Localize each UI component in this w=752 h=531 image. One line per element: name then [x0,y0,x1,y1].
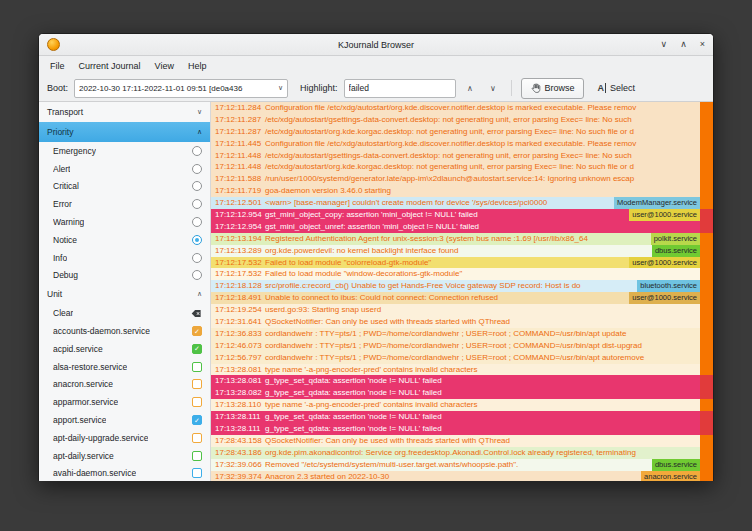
log-timestamp: 17:12:11.588 [211,173,263,185]
unit-checkbox[interactable]: ✓ [192,415,202,425]
unit-filter-apport-service[interactable]: apport.service✓ [39,411,210,429]
highlight-input[interactable] [344,79,456,98]
maximize-icon[interactable]: ∧ [680,40,687,49]
priority-option-label: Critical [53,181,79,191]
log-row[interactable]: 17:12:12.954gst_mini_object_unref: asser… [211,221,713,233]
log-row[interactable]: 17:12:12.954gst_mini_object_copy: assert… [211,209,713,221]
log-row[interactable]: 17:12:31.641QSocketNotifier: Can only be… [211,316,713,328]
log-timestamp: 17:12:11.719 [211,185,263,197]
log-row[interactable]: 17:28:43.158QSocketNotifier: Can only be… [211,435,713,447]
unit-checkbox[interactable] [192,451,202,461]
priority-option-notice[interactable]: Notice [39,231,210,249]
log-row[interactable]: 17:13:28.081type name '-a-png-encoder-pr… [211,364,713,376]
unit-clear-button[interactable]: Clear [39,304,210,322]
unit-filter-avahi-daemon-service[interactable]: avahi-daemon.service [39,465,210,481]
log-row[interactable]: 17:28:43.186org.kde.pim.akonadicontrol: … [211,447,713,459]
priority-option-error[interactable]: Error [39,195,210,213]
priority-option-alert[interactable]: Alert [39,160,210,178]
close-icon[interactable]: × [700,40,705,49]
priority-list: EmergencyAlertCriticalErrorWarningNotice… [39,142,210,284]
unit-filter-accounts-daemon-service[interactable]: accounts-daemon.service✓ [39,322,210,340]
log-row[interactable]: 17:12:11.284Configuration file /etc/xdg/… [211,102,713,114]
log-row[interactable]: 17:12:19.254userd.go:93: Starting snap u… [211,304,713,316]
unit-filter-apt-daily-upgrade-service[interactable]: apt-daily-upgrade.service [39,429,210,447]
log-row[interactable]: 17:12:18.128src/profile.c:record_cb() Un… [211,280,713,292]
log-row[interactable]: 17:13:28.111g_type_set_qdata: assertion … [211,411,713,423]
log-row[interactable]: 17:32:39.066Removed "/etc/systemd/system… [211,459,713,471]
browse-button-label: Browse [545,83,575,93]
menu-current-journal[interactable]: Current Journal [72,59,148,73]
log-timestamp: 17:12:31.641 [211,316,263,328]
log-row[interactable]: 17:12:11.287/etc/xdg/autostart/org.kde.k… [211,126,713,138]
previous-match-button[interactable]: ∧ [462,80,479,97]
log-row[interactable]: 17:12:11.445Configuration file /etc/xdg/… [211,138,713,150]
unit-filter-alsa-restore-service[interactable]: alsa-restore.service [39,358,210,376]
priority-option-debug[interactable]: Debug [39,267,210,285]
log-row[interactable]: 17:32:39.374Anacron 2.3 started on 2022-… [211,471,713,481]
radio-button[interactable] [192,253,202,263]
radio-button[interactable] [192,164,202,174]
log-row[interactable]: 17:13:28.082g_type_set_qdata: assertion … [211,387,713,399]
radio-button[interactable] [192,181,202,191]
unit-filter-apparmor-service[interactable]: apparmor.service [39,393,210,411]
unit-filter-apt-daily-service[interactable]: apt-daily.service [39,447,210,465]
log-view[interactable]: 17:12:11.284Configuration file /etc/xdg/… [211,102,713,481]
unit-checkbox[interactable] [192,468,202,478]
priority-option-info[interactable]: Info [39,249,210,267]
radio-button-selected[interactable] [192,235,202,245]
log-row[interactable]: 17:12:11.719goa-daemon version 3.46.0 st… [211,185,713,197]
log-message: Failed to load module "window-decoration… [263,268,700,280]
section-transport[interactable]: Transport ∨ [39,102,210,122]
log-timestamp: 17:12:13.194 [211,233,263,245]
log-message: g_type_set_qdata: assertion 'node != NUL… [263,411,700,423]
radio-button[interactable] [192,270,202,280]
unit-filter-anacron-service[interactable]: anacron.service [39,376,210,394]
unit-checkbox[interactable]: ✓ [192,344,202,354]
log-row[interactable]: 17:12:56.797cordlandwehr : TTY=pts/1 ; P… [211,352,713,364]
unit-checkbox[interactable] [192,362,202,372]
unit-checkbox[interactable] [192,397,202,407]
titlebar[interactable]: KJournald Browser ∨ ∧ × [39,34,713,56]
log-timestamp: 17:32:39.374 [211,471,263,481]
unit-checkbox[interactable] [192,433,202,443]
priority-option-warning[interactable]: Warning [39,213,210,231]
log-row[interactable]: 17:12:11.287/etc/xdg/autostart/gsettings… [211,114,713,126]
log-row[interactable]: 17:13:28.111g_type_set_qdata: assertion … [211,423,713,435]
log-row[interactable]: 17:12:36.833cordlandwehr : TTY=pts/1 ; P… [211,328,713,340]
log-row[interactable]: 17:12:17.532Failed to load module "color… [211,257,713,269]
log-message: /run/user/1000/systemd/generator.late/ap… [263,173,700,185]
unit-filter-acpid-service[interactable]: acpid.service✓ [39,340,210,358]
radio-button[interactable] [192,146,202,156]
menu-file[interactable]: File [43,59,72,73]
browse-button[interactable]: Browse [521,78,584,99]
menu-view[interactable]: View [148,59,181,73]
next-match-button[interactable]: ∨ [485,80,502,97]
log-row[interactable]: 17:13:28.081g_type_set_qdata: assertion … [211,375,713,387]
priority-option-critical[interactable]: Critical [39,178,210,196]
log-row[interactable]: 17:13:28.110type name '-a-png-encoder-pr… [211,399,713,411]
log-row[interactable]: 17:12:46.073cordlandwehr : TTY=pts/1 ; P… [211,340,713,352]
minimize-icon[interactable]: ∨ [661,40,668,49]
log-row[interactable]: 17:12:11.448/etc/xdg/autostart/org.kde.k… [211,161,713,173]
priority-option-emergency[interactable]: Emergency [39,142,210,160]
priority-mark [700,292,713,304]
log-row[interactable]: 17:12:18.491Unable to connect to ibus: C… [211,292,713,304]
log-row[interactable]: 17:12:11.448/etc/xdg/autostart/gsettings… [211,150,713,162]
select-button[interactable]: A Select [590,78,644,99]
radio-button[interactable] [192,217,202,227]
menu-help[interactable]: Help [181,59,214,73]
unit-checkbox[interactable] [192,379,202,389]
log-row[interactable]: 17:12:17.532Failed to load module "windo… [211,268,713,280]
radio-button[interactable] [192,199,202,209]
log-row[interactable]: 17:12:11.588/run/user/1000/systemd/gener… [211,173,713,185]
log-message: g_type_set_qdata: assertion 'node != NUL… [263,387,700,399]
log-row[interactable]: 17:12:13.289org.kde.powerdevil: no kerne… [211,245,713,257]
log-row[interactable]: 17:12:12.501<warn> [base-manager] couldn… [211,197,713,209]
section-unit[interactable]: Unit ∧ [39,284,210,304]
priority-mark [700,364,713,376]
log-row[interactable]: 17:12:13.194Registered Authentication Ag… [211,233,713,245]
boot-combobox[interactable]: 2022-10-30 17:11-2022-11-01 09:51 [de0a4… [74,79,288,98]
priority-mark [700,257,713,269]
section-priority[interactable]: Priority ∧ [39,122,210,142]
unit-checkbox[interactable]: ✓ [192,326,202,336]
